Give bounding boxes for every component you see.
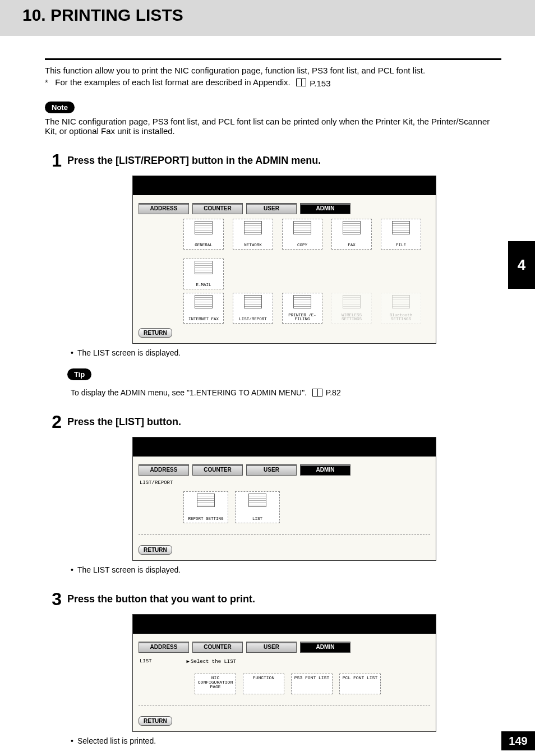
page-title: 10. PRINTING LISTS (22, 6, 513, 25)
intro-text: This function allow you to print the NIC… (45, 66, 501, 75)
network-icon (244, 221, 262, 234)
menu-btn-network[interactable]: NETWORK (233, 219, 273, 250)
section-tab: 4 (508, 241, 535, 289)
tab-admin[interactable]: ADMIN (300, 642, 350, 653)
intro2-body: For the examples of each list format are… (55, 77, 290, 87)
step-2: 2 Press the [LIST] button. ADDRESS COUNT… (45, 413, 501, 574)
content: This function allow you to print the NIC… (0, 58, 535, 745)
menu-btn-list[interactable]: LIST (235, 491, 280, 523)
prompt: ▶Select the LIST (187, 658, 236, 665)
menu-grid: GENERAL NETWORK COPY FAX FILE E-MAIL INT… (139, 219, 430, 324)
return-button[interactable]: RETURN (139, 716, 172, 726)
menu-btn-nic-config-page[interactable]: NIC CONFIGURATION PAGE (195, 674, 236, 694)
menu-btn-internet-fax[interactable]: INTERNET FAX (183, 293, 224, 324)
step-title: Press the button that you want to print. (67, 593, 501, 605)
bluetooth-icon (392, 295, 410, 308)
note-body: The NIC configuration page, PS3 font lis… (45, 117, 501, 136)
menu-btn-bluetooth[interactable]: Bluetooth SETTINGS (381, 293, 421, 324)
tab-admin[interactable]: ADMIN (300, 464, 350, 476)
book-icon (296, 79, 306, 86)
menu-btn-email[interactable]: E-MAIL (183, 259, 224, 289)
printer-efiling-icon (293, 295, 311, 308)
device-screen-1: ADDRESS COUNTER USER ADMIN GENERAL NETWO… (132, 176, 436, 344)
menu-btn-file[interactable]: FILE (381, 219, 421, 250)
return-button[interactable]: RETURN (139, 545, 172, 555)
report-setting-icon (197, 494, 215, 507)
note-label: Note (45, 102, 75, 113)
tab-counter[interactable]: COUNTER (192, 642, 243, 653)
tab-address[interactable]: ADDRESS (139, 203, 189, 214)
breadcrumb: LIST/REPORT (140, 480, 430, 486)
tab-address[interactable]: ADDRESS (139, 642, 189, 653)
page-number: 149 (501, 731, 535, 750)
tab-counter[interactable]: COUNTER (192, 203, 243, 214)
book-icon (312, 389, 322, 397)
tab-row: ADDRESS COUNTER USER ADMIN (139, 203, 430, 214)
return-button[interactable]: RETURN (139, 328, 172, 338)
step-title: Press the [LIST] button. (67, 416, 501, 428)
menu-btn-list-report[interactable]: LIST/REPORT (233, 293, 273, 324)
list-icon (248, 494, 266, 507)
menu-btn-fax[interactable]: FAX (331, 219, 372, 250)
file-icon (392, 221, 410, 234)
step-3: 3 Press the button that you want to prin… (45, 590, 501, 745)
tip-text: To display the ADMIN menu, see "1.ENTERI… (71, 388, 501, 397)
copy-icon (293, 221, 311, 234)
fax-icon (343, 221, 361, 234)
divider (45, 58, 501, 60)
step3-bullet: Selected list is printed. (71, 736, 501, 745)
menu-btn-printer-efiling[interactable]: PRINTER /E-FILING (282, 293, 322, 324)
step-title: Press the [LIST/REPORT] button in the AD… (67, 155, 501, 167)
intro-text-2: * For the examples of each list format a… (45, 77, 501, 88)
step-1: 1 Press the [LIST/REPORT] button in the … (45, 151, 501, 397)
menu-btn-function[interactable]: FUNCTION (243, 674, 284, 694)
tab-user[interactable]: USER (246, 203, 297, 214)
menu-btn-copy[interactable]: COPY (282, 219, 322, 250)
internet-fax-icon (195, 295, 213, 308)
menu-btn-general[interactable]: GENERAL (183, 219, 224, 250)
page: 10. PRINTING LISTS This function allow y… (0, 0, 535, 756)
step1-bullet: The LIST screen is displayed. (71, 348, 501, 357)
divider (139, 706, 430, 706)
general-icon (195, 221, 213, 234)
step-number: 3 (45, 590, 62, 745)
tab-user[interactable]: USER (246, 642, 297, 653)
tip-label: Tip (67, 368, 91, 380)
asterisk: * (45, 77, 48, 87)
tab-admin[interactable]: ADMIN (300, 203, 350, 214)
device-screen-3: ADDRESS COUNTER USER ADMIN LIST ▶Select … (132, 614, 436, 732)
wireless-icon (343, 295, 361, 308)
email-icon (195, 261, 213, 274)
tab-counter[interactable]: COUNTER (192, 464, 243, 476)
divider (139, 534, 430, 535)
step-number: 1 (45, 151, 62, 397)
page-ref: P.82 (326, 388, 341, 397)
tab-address[interactable]: ADDRESS (139, 464, 189, 476)
menu-btn-pcl-font-list[interactable]: PCL FONT LIST (339, 674, 381, 694)
step2-bullet: The LIST screen is displayed. (71, 565, 501, 574)
device-screen-2: ADDRESS COUNTER USER ADMIN LIST/REPORT R… (132, 437, 436, 561)
tab-user[interactable]: USER (246, 464, 297, 476)
step-number: 2 (45, 413, 62, 574)
menu-btn-report-setting[interactable]: REPORT SETTING (183, 491, 228, 523)
menu-btn-wireless[interactable]: WIRELESS SETTINGS (331, 293, 372, 324)
breadcrumb: LIST (140, 658, 152, 665)
menu-btn-ps3-font-list[interactable]: PS3 FONT LIST (291, 674, 333, 694)
step-content: Press the [LIST/REPORT] button in the AD… (67, 151, 501, 397)
list-report-icon (244, 295, 262, 308)
page-ref: P.153 (310, 79, 330, 88)
page-header: 10. PRINTING LISTS (0, 0, 535, 36)
